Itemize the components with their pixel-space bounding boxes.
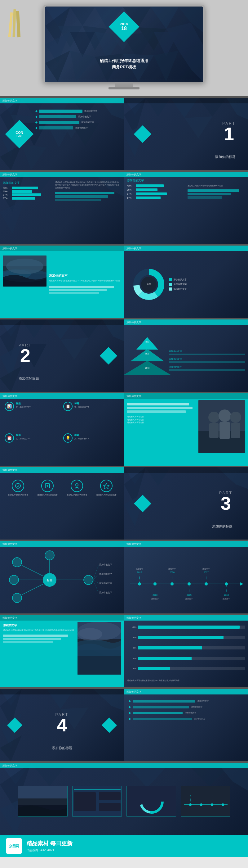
icon-desc-2: 艾、成就你的PPT	[74, 406, 89, 408]
svg-text:2013: 2013	[152, 594, 157, 596]
svg-point-168	[222, 803, 224, 806]
svg-rect-76	[219, 422, 230, 439]
slide7-left-label: 添加你的文字	[2, 468, 17, 472]
svg-marker-22	[179, 44, 203, 82]
svg-text:2016: 2016	[170, 571, 175, 574]
slide-9-left: 添加你的文字 累积的文字 通过输入与填写内容或者定制您的PPT内容,通过输入与填…	[0, 615, 124, 687]
icon-bulb: 💡	[63, 433, 73, 443]
slide-8-right: 添加你的文字 2012 添加文字 2013 添加文字 2016 添加文字	[124, 541, 248, 614]
icon-cal: 📅	[5, 433, 14, 443]
svg-point-98	[84, 575, 93, 585]
slide-row-5: PART 2 添加你的标题 添加你的文字 执行 统计	[0, 319, 248, 392]
s3r-heading: 添加你的文字	[127, 179, 245, 183]
svg-text:添加文字: 添加文字	[168, 568, 176, 570]
s4l-text: 添加你的文本	[49, 274, 121, 278]
svg-point-73	[208, 412, 219, 423]
cover-title-line1: 酷炫工作汇报年终总结通用	[70, 58, 178, 64]
slide-10-right: 添加你的文字 添加你的文字 添加你的文字 添加你的文字 添加你的文字	[124, 689, 248, 761]
s10r-item-1: 添加你的文字	[198, 700, 209, 703]
svg-point-55	[6, 258, 43, 274]
svg-point-75	[218, 409, 231, 422]
s10r-item-2: 添加你的文字	[191, 706, 203, 708]
svg-text:2018: 2018	[224, 594, 229, 596]
slide3-right-label: 添加你的文字	[127, 173, 141, 176]
con-text: CON	[15, 131, 23, 134]
slide-7-left: 添加你的文字 通过输入与填写内容或者 通过输入与填写内容或者 通过输入与填写内	[0, 467, 124, 539]
slide3-left-label: 添加你的文字	[2, 173, 17, 176]
s10r-item-3: 添加你的文字	[185, 712, 196, 714]
bar-label-2: 35%	[3, 190, 11, 192]
slide-4-right: 添加你的文字 添加 添加你的文字	[124, 246, 248, 318]
slide-2-right: PART 1 添加你的标题	[124, 98, 248, 170]
cover-title-line2: 商务PPT模板	[70, 64, 178, 70]
slide-row-2: 添加你的文字 CON TENT 添加你的文字 添加你的文字	[0, 98, 248, 170]
donut-label-1: 添加你的文字	[174, 278, 187, 281]
slide-8-left: 添加你的文字 标题 添加你的文字 添加你的文字 添加你的文字 添加你的文字	[0, 541, 124, 614]
slide-row-9: 添加你的文字 累积的文字 通过输入与填写内容或者定制您的PPT内容,通过输入与填…	[0, 615, 248, 687]
icon-desc-3: 艾、成就你的PPT	[16, 437, 31, 440]
svg-line-92	[22, 584, 43, 595]
icon-circle-1	[12, 479, 24, 492]
svg-text:添加文字: 添加文字	[185, 598, 193, 600]
cover-year-bottom: 18	[120, 26, 128, 31]
slide9-left-label: 添加你的文字	[2, 616, 17, 620]
svg-marker-1	[70, 7, 95, 26]
donut-label-2: 添加你的文字	[174, 283, 187, 286]
s6r-text-3: 通过输入与填写内容	[127, 421, 196, 424]
watermark-bar: 众图网 精品素材 每日更新 作品编号: 43294021	[0, 835, 248, 857]
svg-point-94	[45, 551, 54, 560]
slide-row-7: 添加你的文字 通过输入与填写内容或者 通过输入与填写内容或者 通过输入与填写内	[0, 467, 248, 539]
icon-desc-1: 艾、成就你的PPT	[16, 406, 31, 408]
monitor-display: 2018 18 酷炫工作汇报年终总结通用 商务PPT模板	[45, 6, 203, 82]
svg-text:2012: 2012	[137, 571, 142, 574]
svg-point-79	[15, 483, 21, 488]
svg-rect-158	[99, 803, 120, 811]
slide-row-3: 添加你的文字 添加你的文字 43% 35% 84%	[0, 172, 248, 244]
pyramid-side-2: 添加你的文字	[169, 358, 245, 361]
icon-desc-4: 艾、成就你的PPT	[74, 437, 89, 440]
svg-point-81	[76, 484, 78, 486]
s3l-heading: 添加你的文字	[3, 181, 53, 185]
s10r-item-4: 添加你的文字	[194, 717, 206, 720]
part1-subtitle: 添加你的标题	[215, 155, 236, 159]
svg-line-90	[22, 565, 43, 576]
slide6-right-label: 添加你的文字	[127, 395, 141, 398]
part2-subtitle: 添加你的标题	[19, 376, 39, 381]
slide9-right-label: 添加你的文字	[127, 616, 141, 620]
part2-number: 2	[19, 347, 32, 364]
svg-text:2015: 2015	[187, 594, 191, 596]
slide-5-left: PART 2 添加你的标题	[0, 319, 124, 392]
part3-number: 3	[219, 495, 233, 512]
icon-doc: 📋	[63, 402, 73, 411]
slide-4-left: 添加你的文字 添加你的文	[0, 246, 124, 318]
svg-rect-78	[231, 423, 240, 438]
watermark-id-value: 43294021	[41, 848, 55, 852]
svg-point-137	[77, 628, 102, 641]
bar-label-1: 43%	[3, 187, 11, 189]
svg-rect-156	[74, 792, 96, 811]
slide-row-4: 添加你的文字 添加你的文	[0, 246, 248, 318]
donut-center: 添加	[147, 283, 151, 286]
icon-title-2: 标题	[74, 402, 89, 405]
svg-rect-154	[18, 786, 68, 799]
svg-text:标题: 标题	[46, 579, 52, 582]
svg-rect-74	[209, 423, 218, 438]
slide-7-right: PART 3 添加你的标题	[124, 467, 248, 539]
slide10-right-label: 添加你的文字	[127, 690, 141, 693]
slide4-left-label: 添加你的文字	[2, 247, 17, 250]
s6r-text-1: 通过输入与填写内容	[127, 415, 196, 418]
monitor-frame: 2018 18 酷炫工作汇报年终总结通用 商务PPT模板	[43, 5, 205, 82]
monitor-section: 2018 18 酷炫工作汇报年终总结通用 商务PPT模板	[0, 0, 248, 96]
s4l-body: 通过输入与填写内容或者定制您的PPT内容,通过输入与填写内容或者定制您的PPT内…	[49, 279, 121, 282]
watermark-tagline: 精品素材 每日更新	[26, 840, 73, 847]
menu-item-2: 添加你的文字	[78, 115, 91, 118]
bar-label-3: 84%	[3, 194, 11, 196]
svg-text:添加文字: 添加文字	[136, 568, 143, 570]
pyramid-side-3: 添加你的文字	[169, 365, 245, 369]
s9r-text: 通过输入与填写内容或者定制您的PPT内容,通过输入与填写内容	[127, 679, 245, 682]
svg-rect-163	[181, 786, 230, 817]
part1-number: 1	[222, 126, 236, 143]
bar-label-4: 67%	[3, 197, 11, 199]
part3-subtitle: 添加你的标题	[212, 524, 233, 529]
slide-row-8: 添加你的文字 标题 添加你的文字 添加你的文字 添加你的文字 添加你的文字	[0, 541, 248, 614]
